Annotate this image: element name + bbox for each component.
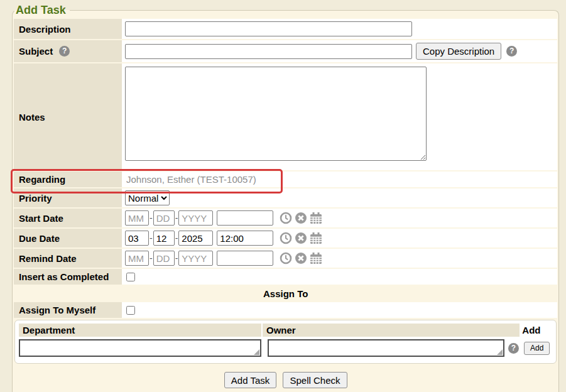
form-title: Add Task xyxy=(14,4,70,17)
copy-description-button[interactable]: Copy Description xyxy=(416,43,501,60)
assignment-panel: Department Owner Add ? Add xyxy=(14,320,557,364)
regarding-label: Regarding xyxy=(14,172,122,187)
start-date-day-input[interactable] xyxy=(153,210,175,226)
notes-textarea[interactable] xyxy=(125,67,427,161)
assign-to-section-header: Assign To xyxy=(14,286,557,301)
add-task-form: Add Task Description Subject ? Copy Desc… xyxy=(12,4,559,392)
remind-date-day-input[interactable] xyxy=(153,251,175,266)
owner-input[interactable] xyxy=(269,340,503,356)
department-input[interactable] xyxy=(20,340,260,356)
form-row-remind-date: Remind Date - - xyxy=(14,249,557,268)
form-row-subject: Subject ? Copy Description ? xyxy=(14,40,557,62)
date-separator: - xyxy=(150,213,153,223)
insert-as-completed-checkbox[interactable] xyxy=(126,273,135,281)
clear-icon[interactable] xyxy=(295,212,307,224)
priority-select[interactable]: Normal xyxy=(125,190,170,205)
remind-date-year-input[interactable] xyxy=(178,251,213,266)
due-date-time-input[interactable] xyxy=(217,231,273,246)
clock-icon[interactable] xyxy=(280,212,292,224)
due-date-year-input[interactable] xyxy=(178,231,213,246)
date-separator: - xyxy=(175,253,178,263)
assign-to-myself-label: Assign To Myself xyxy=(14,302,122,318)
due-date-label: Due Date xyxy=(14,229,122,248)
resize-grip-icon xyxy=(497,349,503,355)
form-row-regarding: Regarding Johnson, Esther (TEST-10057) xyxy=(14,172,557,187)
resize-grip-icon xyxy=(254,349,259,355)
date-separator: - xyxy=(150,253,153,263)
help-icon[interactable]: ? xyxy=(508,343,519,354)
remind-date-month-input[interactable] xyxy=(125,251,149,266)
due-date-day-input[interactable] xyxy=(153,231,175,246)
form-row-priority: Priority Normal xyxy=(14,188,557,207)
subject-label: Subject xyxy=(19,46,53,57)
department-column-header: Department xyxy=(19,324,261,337)
description-label: Description xyxy=(14,19,122,39)
add-assignment-button[interactable]: Add xyxy=(524,342,550,355)
subject-input[interactable] xyxy=(125,44,412,59)
start-date-label: Start Date xyxy=(14,209,122,227)
notes-label: Notes xyxy=(14,63,122,170)
date-separator: - xyxy=(175,213,178,223)
help-icon[interactable]: ? xyxy=(59,46,70,57)
help-icon[interactable]: ? xyxy=(506,46,517,57)
form-row-description: Description xyxy=(14,19,557,39)
form-row-due-date: Due Date - - xyxy=(14,229,557,248)
assign-to-myself-checkbox[interactable] xyxy=(126,306,135,315)
start-date-month-input[interactable] xyxy=(125,210,149,226)
regarding-value: Johnson, Esther (TEST-10057) xyxy=(125,174,256,185)
start-date-time-input[interactable] xyxy=(217,210,273,226)
add-task-button[interactable]: Add Task xyxy=(224,372,276,388)
date-separator: - xyxy=(150,233,153,243)
owner-column-header: Owner xyxy=(263,324,520,337)
remind-date-label: Remind Date xyxy=(14,249,122,268)
remind-date-time-input[interactable] xyxy=(217,251,273,266)
form-row-assign-to-myself: Assign To Myself xyxy=(14,302,557,318)
clock-icon[interactable] xyxy=(280,252,292,264)
clear-icon[interactable] xyxy=(295,252,307,264)
calendar-icon[interactable] xyxy=(310,252,322,264)
due-date-month-input[interactable] xyxy=(125,231,149,246)
start-date-year-input[interactable] xyxy=(178,210,213,226)
calendar-icon[interactable] xyxy=(310,212,322,224)
clear-icon[interactable] xyxy=(295,232,307,244)
add-column-header: Add xyxy=(521,324,550,337)
form-row-start-date: Start Date - - xyxy=(14,209,557,227)
priority-label: Priority xyxy=(14,188,122,207)
clock-icon[interactable] xyxy=(280,232,292,244)
calendar-icon[interactable] xyxy=(310,232,322,244)
spell-check-button[interactable]: Spell Check xyxy=(283,372,347,388)
date-separator: - xyxy=(175,233,178,243)
form-row-notes: Notes xyxy=(14,63,557,170)
form-row-insert-as-completed: Insert as Completed xyxy=(14,269,557,285)
insert-as-completed-label: Insert as Completed xyxy=(14,269,122,285)
description-input[interactable] xyxy=(125,21,412,36)
